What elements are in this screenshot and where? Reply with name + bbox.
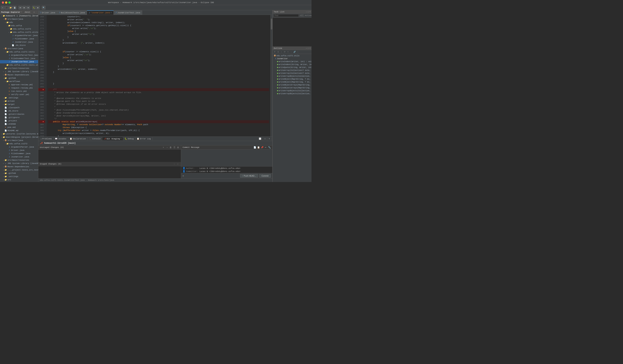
toolbar-btn-3[interactable]: 📂 [9, 6, 12, 9]
tab-json-writer[interactable]: J *JsonWriter.java × [87, 10, 114, 15]
tree-classpath[interactable]: ▸ 📄 .classpath [0, 106, 38, 109]
tree-src-test-java[interactable]: ▾ 📦 src/test/java [0, 47, 38, 50]
tree-cs272-2[interactable]: ▾ 📁 edu.usfca.cs272 [0, 142, 38, 145]
tab-git-staging-close[interactable]: × [120, 138, 121, 140]
outline-class[interactable]: C JsonWriter [273, 57, 312, 60]
tree-ds-store1[interactable]: ▸ 📄 .DS_Store [0, 44, 38, 47]
outline-maximize[interactable]: □ [308, 47, 309, 49]
outline-package[interactable]: 📦 edu.usfca.cs272.utils [273, 54, 312, 57]
toolbar-btn-4[interactable]: 💾 [13, 6, 16, 9]
task-filter-all[interactable]: All [299, 14, 304, 17]
junit-tab[interactable]: JUnit [24, 11, 30, 13]
tree-gitattributes[interactable]: ▸ 📄 .gitattributes [0, 113, 38, 116]
tree-homework1[interactable]: ▾ 📁 Homework 1 [homework1-lbrod20 main] [0, 14, 38, 18]
unstaged-tree-view[interactable]: ⊞ [177, 146, 179, 149]
outline-method-9[interactable]: writeObjectArrays(Map<String, ? exte... [273, 86, 312, 89]
tree-edu-usfca[interactable]: ▾ 📁 edu.usfca [0, 24, 38, 27]
tab-driver[interactable]: J Driver.java [38, 10, 57, 15]
outline-method-4[interactable]: writeArray(Collection<? extends Numb... [273, 72, 312, 75]
commit-copy[interactable]: 📋 [257, 146, 260, 149]
toolbar-btn-1[interactable]: ≡ [1, 6, 4, 9]
tree-project-tests[interactable]: ▸ 📁 ..._project-tests_src_test_java [0, 168, 38, 172]
toolbar-btn-7[interactable]: ⏭ [26, 6, 30, 9]
tree-gitignore[interactable]: ▸ 📄 .gitignore [0, 116, 38, 119]
editor-scrollbar[interactable] [270, 15, 272, 137]
outline-method-8[interactable]: writeObjectArrays(Map<String, ? exte... [273, 83, 312, 86]
tab-git-staging[interactable]: ⎇ Git Staging × [102, 137, 123, 140]
commit-button[interactable]: Commit [259, 174, 271, 178]
task-search-input[interactable] [274, 14, 299, 17]
staged-remove[interactable]: - [173, 162, 176, 165]
toolbar-btn-6[interactable]: ▶ [22, 6, 26, 9]
tree-json-writer-test[interactable]: ▸ J JsonWriterTest.java [0, 60, 38, 63]
code-area[interactable]: counter2++; writer.write(" "); writeInde… [47, 15, 270, 137]
tree-edu[interactable]: ▾ 📁 edu [0, 21, 38, 24]
sidebar-collapse[interactable]: ⊟ [34, 11, 35, 13]
tab-declaration[interactable]: 📋 Declaration [68, 137, 88, 140]
tree-run-tests[interactable]: ▸ ⚙ run-tests.yml [0, 90, 38, 93]
tree-json-writer[interactable]: ▸ J JsonWriter.java [0, 40, 38, 44]
commit-sign[interactable]: ✒ [264, 146, 267, 149]
commit-amend[interactable]: 🔧 [268, 146, 271, 149]
tree-github[interactable]: ▾ 📁 .github [0, 77, 38, 80]
outline-link[interactable]: 🔗 [293, 50, 296, 53]
tree-json-writer2[interactable]: ▸ J JsonWriter.java [0, 155, 38, 159]
tree-maven[interactable]: ▸ 📦 Maven Dependencies [0, 73, 38, 77]
tree-src-main-resources[interactable]: ▸ 📁 src/main/resources [0, 159, 38, 162]
tree-workflows[interactable]: ▾ 📁 workflows [0, 80, 38, 83]
outline-hide-fields[interactable]: F [273, 50, 276, 53]
outline-method-3[interactable]: writeArray(Collection<? extends Numb... [273, 69, 312, 72]
task-close[interactable]: × [310, 11, 311, 13]
tree-src-main-java2[interactable]: ▾ 📦 src/main/java [0, 139, 38, 142]
tree-approve-review[interactable]: ▸ ⚙ approve-review.yml [0, 83, 38, 86]
tab-debug[interactable]: 🐛 Debug [123, 137, 135, 140]
tree-arg-parser-test[interactable]: ▸ J ArgumentParserTest.java [0, 54, 38, 57]
task-activate[interactable]: Activate... [305, 15, 312, 17]
outline-close[interactable]: × [310, 47, 311, 49]
tree-settings[interactable]: ▸ 📁 .settings [0, 96, 38, 100]
tree-verify-user[interactable]: ▸ ⚙ verify-user.yml [0, 93, 38, 96]
tree-file-stemmer-test[interactable]: ▸ J FileStemmerTest.java [0, 57, 38, 60]
outline-method-1[interactable]: writeIndent(String, Writer, int) : void [273, 63, 312, 66]
toolbar-btn-debug[interactable]: 🐛 [32, 6, 36, 9]
unstaged-delete[interactable]: 🗑 [169, 146, 172, 149]
tree-cs272-tests-utils[interactable]: ▸ 📁 edu.usfca.cs272.tests.utils [0, 63, 38, 67]
tree-jre2[interactable]: ▸ ☕ JRE System Library [JavaSE-21] [0, 162, 38, 165]
push-head-button[interactable]: ↑ Push HEAD... [240, 174, 258, 178]
commit-message-input[interactable] [181, 150, 272, 166]
tab-build-count[interactable]: J BuildCountTests.java [57, 10, 87, 15]
outline-minimize[interactable]: — [306, 47, 307, 49]
outline-method-6[interactable]: writeObject(Map<String, ? extends Nu... [273, 78, 312, 81]
bottom-minimize[interactable]: ⬜ [257, 137, 263, 140]
toolbar-btn-run[interactable]: ▶ [36, 6, 40, 9]
tree-file-stemmer2[interactable]: ▸ J FileStemmer.java [0, 152, 38, 155]
tree-ds-store2[interactable]: ▸ 📄 .DS_Store [0, 109, 38, 113]
tree-driver2[interactable]: ▸ J Driver.java [0, 149, 38, 152]
scrollbar-thumb[interactable] [271, 19, 272, 30]
unstaged-add-all[interactable]: + [162, 146, 165, 149]
tab-problems[interactable]: ⚠ Problems [39, 137, 53, 140]
outline-method-2[interactable]: writeQuote(String, Writer, int) : void [273, 66, 312, 69]
outline-sync[interactable]: ⟳ [283, 50, 286, 53]
tree-src3[interactable]: ▸ 📁 src [0, 178, 38, 182]
toolbar-btn-2[interactable]: ⬛ [5, 6, 8, 9]
tree-actual[interactable]: ▸ 📁 actual [0, 100, 38, 103]
package-explorer-tab[interactable]: Package Explorer [1, 11, 21, 13]
outline-method-7[interactable]: writeObject(Map<String, ? extends Nu... [273, 81, 312, 83]
unstaged-list-view[interactable]: ☰ [173, 146, 176, 149]
tree-file-stemmer[interactable]: ▸ J FileStemmer.java [0, 37, 38, 40]
tree-pom[interactable]: ▸ ⚙ pom.xml [0, 126, 38, 129]
toolbar-btn-5[interactable]: ⏮ [19, 6, 22, 9]
unstaged-add-selected[interactable]: → [166, 146, 169, 149]
task-minimize[interactable]: — [306, 11, 307, 13]
tree-cs272-utils[interactable]: ▾ 📁 edu.usfca.cs272.utils [0, 31, 38, 34]
outline-collapse[interactable]: - [290, 50, 293, 53]
tree-search-engine[interactable]: ▾ 📁 SearchEngine [project-lbrod20 main] [0, 136, 38, 139]
tree-github2[interactable]: ▸ 📁 .github [0, 172, 38, 175]
tree-cs272-tests[interactable]: ▾ 📁 edu.usfca.cs272.tests [0, 50, 38, 54]
close-button[interactable] [2, 1, 4, 4]
outline-sort[interactable]: ↕ [280, 50, 283, 53]
tree-argument-parser[interactable]: ▸ J ArgumentParser.java [0, 34, 38, 37]
outline-method-10[interactable]: writeArrayObjects(Collection<? exten... [273, 89, 312, 92]
tree-jre[interactable]: ▸ ☕ JRE System Library [JavaSE-21] [0, 70, 38, 73]
